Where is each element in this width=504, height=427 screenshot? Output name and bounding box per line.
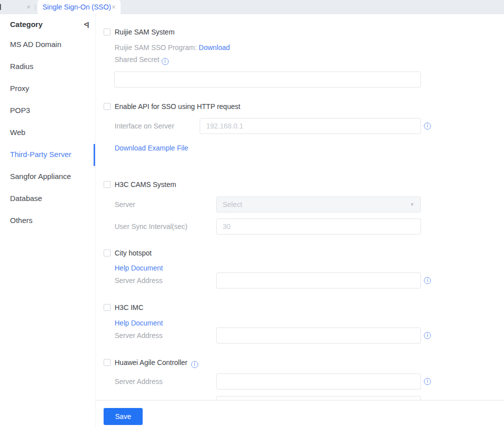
save-button[interactable]: Save bbox=[104, 408, 143, 425]
sidebar-title: Category bbox=[10, 17, 43, 32]
tab-separator bbox=[35, 4, 36, 10]
sidebar-item-sangfor-appliance[interactable]: Sangfor Appliance bbox=[0, 166, 95, 188]
h3c-cams-system-label[interactable]: H3C CAMS System bbox=[115, 180, 176, 190]
city-hotspot-label[interactable]: City hotspot bbox=[115, 248, 152, 258]
collapse-sidebar-icon[interactable]: <| bbox=[84, 17, 89, 32]
info-icon[interactable]: i bbox=[162, 58, 169, 65]
user-sync-interval-label: User Sync Interval(sec) bbox=[115, 222, 187, 230]
info-icon[interactable]: i bbox=[424, 332, 431, 339]
tab-bar: × Single Sign-On (SSO) × bbox=[0, 0, 504, 14]
server-address-label: Server Address bbox=[115, 332, 163, 340]
sidebar-item-pop3[interactable]: POP3 bbox=[0, 100, 95, 122]
sidebar-item-radius[interactable]: Radius bbox=[0, 56, 95, 78]
info-icon[interactable]: i bbox=[424, 277, 431, 284]
footer-bar: Save bbox=[96, 400, 504, 427]
tab-label: Single Sign-On (SSO) bbox=[38, 0, 111, 14]
info-icon[interactable]: i bbox=[424, 378, 431, 385]
huawei-server-address-input[interactable] bbox=[216, 374, 421, 390]
info-icon[interactable]: i bbox=[191, 361, 198, 368]
huawei-agile-title-text: Huawei Agile Controller bbox=[115, 358, 188, 366]
checkbox-h3c-imc[interactable] bbox=[104, 304, 111, 311]
user-sync-interval-input[interactable] bbox=[216, 218, 421, 234]
main-content: Ruijie SAM System Ruijie SAM SSO Program… bbox=[96, 14, 504, 427]
h3c-imc-server-address-input[interactable] bbox=[216, 328, 421, 344]
sidebar-header: Category <| bbox=[0, 17, 95, 32]
info-icon[interactable]: i bbox=[424, 122, 431, 130]
h3c-imc-label[interactable]: H3C IMC bbox=[115, 302, 144, 312]
shared-secret-input[interactable] bbox=[114, 72, 421, 88]
checkbox-enable-api-sso[interactable] bbox=[104, 103, 111, 110]
program-label-text: Ruijie SAM SSO Program: bbox=[115, 44, 197, 52]
sidebar-item-proxy[interactable]: Proxy bbox=[0, 78, 95, 100]
download-link[interactable]: Download bbox=[199, 44, 230, 52]
download-example-file-link[interactable]: Download Example File bbox=[115, 144, 188, 152]
app-window: × Single Sign-On (SSO) × Category <| MS … bbox=[0, 0, 504, 427]
interface-on-server-label: Interface on Server bbox=[115, 122, 174, 130]
sidebar-item-others[interactable]: Others bbox=[0, 210, 95, 232]
server-label: Server bbox=[115, 200, 135, 208]
shared-secret-label: Shared Secreti bbox=[115, 56, 169, 64]
chevron-down-icon: ▼ bbox=[410, 197, 414, 212]
server-address-label: Server Address bbox=[115, 276, 163, 284]
sidebar-item-list: MS AD Domain Radius Proxy POP3 Web Third… bbox=[0, 34, 95, 232]
city-hotspot-server-address-input[interactable] bbox=[216, 272, 421, 288]
help-document-link[interactable]: Help Document bbox=[115, 319, 163, 327]
enable-api-sso-label[interactable]: Enable API for SSO using HTTP request bbox=[115, 102, 240, 112]
partial-tab-label-sliver bbox=[0, 4, 1, 10]
checkbox-ruijie-sam-system[interactable] bbox=[104, 28, 111, 36]
ruijie-sam-system-label[interactable]: Ruijie SAM System bbox=[115, 27, 175, 37]
huawei-agile-controller-label[interactable]: Huawei Agile Controlleri bbox=[115, 358, 198, 368]
server-select[interactable]: Select ▼ bbox=[216, 196, 421, 212]
sidebar-item-database[interactable]: Database bbox=[0, 188, 95, 210]
interface-on-server-input[interactable] bbox=[200, 118, 421, 134]
checkbox-city-hotspot[interactable] bbox=[104, 250, 111, 256]
checkbox-huawei-agile-controller[interactable] bbox=[104, 359, 111, 366]
sidebar-item-third-party-server[interactable]: Third-Party Server bbox=[0, 144, 95, 166]
close-icon[interactable]: × bbox=[110, 0, 118, 14]
help-document-link[interactable]: Help Document bbox=[115, 264, 163, 272]
sidebar-item-web[interactable]: Web bbox=[0, 122, 95, 144]
server-address-label: Server Address bbox=[115, 378, 163, 386]
ruijie-sam-program-label: Ruijie SAM SSO Program: Download bbox=[115, 44, 230, 52]
close-icon[interactable]: × bbox=[25, 0, 33, 14]
sidebar-item-ms-ad-domain[interactable]: MS AD Domain bbox=[0, 34, 95, 56]
shared-secret-text: Shared Secret bbox=[115, 56, 160, 64]
active-item-indicator bbox=[94, 144, 95, 166]
server-select-value: Select bbox=[223, 200, 242, 208]
category-sidebar: Category <| MS AD Domain Radius Proxy PO… bbox=[0, 14, 96, 427]
checkbox-h3c-cams-system[interactable] bbox=[104, 181, 111, 188]
tab-single-sign-on-sso[interactable]: Single Sign-On (SSO) × bbox=[38, 0, 121, 14]
